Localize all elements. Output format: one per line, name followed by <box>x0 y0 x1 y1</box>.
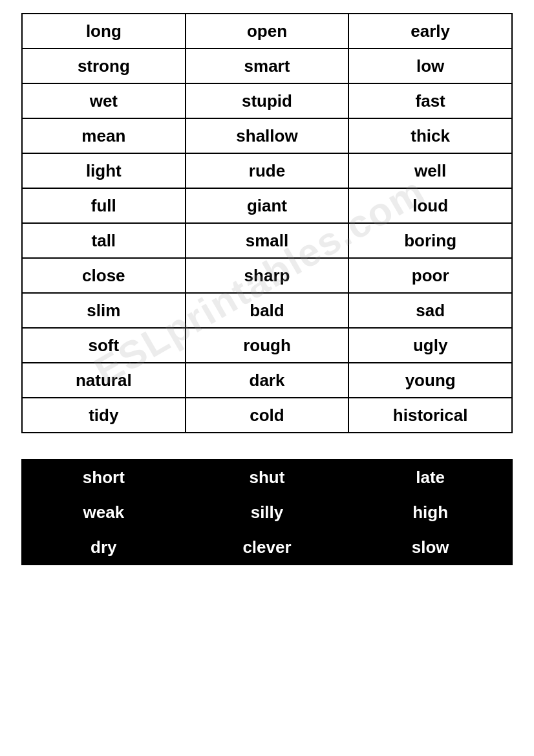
black-table-cell: shut <box>186 460 349 495</box>
black-table-cell: short <box>22 460 186 495</box>
table-cell: cold <box>186 398 349 433</box>
table-cell: loud <box>348 188 512 223</box>
table-cell: dark <box>186 363 349 398</box>
table-cell: early <box>348 14 512 49</box>
table-cell: small <box>186 223 349 258</box>
black-table-cell: slow <box>348 530 512 565</box>
black-word-table: shortshutlateweaksillyhighdrycleverslow <box>21 459 513 565</box>
table-cell: soft <box>22 328 186 363</box>
table-cell: wet <box>22 83 186 118</box>
table-cell: natural <box>22 363 186 398</box>
table-cell: rough <box>186 328 349 363</box>
table-cell: poor <box>348 258 512 293</box>
table-cell: full <box>22 188 186 223</box>
table-cell: close <box>22 258 186 293</box>
table-cell: sad <box>348 293 512 328</box>
table-cell: open <box>186 14 349 49</box>
table-cell: rude <box>186 153 349 188</box>
table-cell: well <box>348 153 512 188</box>
table-cell: mean <box>22 118 186 153</box>
table-cell: bald <box>186 293 349 328</box>
black-table-cell: late <box>348 460 512 495</box>
table-cell: boring <box>348 223 512 258</box>
main-word-table: longopenearlystrongsmartlowwetstupidfast… <box>21 13 513 433</box>
table-cell: long <box>22 14 186 49</box>
table-cell: strong <box>22 49 186 83</box>
table-cell: fast <box>348 83 512 118</box>
black-table-cell: silly <box>186 495 349 530</box>
table-cell: stupid <box>186 83 349 118</box>
table-cell: historical <box>348 398 512 433</box>
black-table-cell: weak <box>22 495 186 530</box>
table-cell: giant <box>186 188 349 223</box>
table-cell: young <box>348 363 512 398</box>
black-table-cell: dry <box>22 530 186 565</box>
table-cell: low <box>348 49 512 83</box>
black-table-cell: high <box>348 495 512 530</box>
table-cell: thick <box>348 118 512 153</box>
table-cell: tidy <box>22 398 186 433</box>
table-cell: tall <box>22 223 186 258</box>
table-cell: ugly <box>348 328 512 363</box>
table-cell: sharp <box>186 258 349 293</box>
table-cell: light <box>22 153 186 188</box>
black-table-cell: clever <box>186 530 349 565</box>
page-container: ESLprintables.com longopenearlystrongsma… <box>21 13 513 565</box>
table-cell: shallow <box>186 118 349 153</box>
table-cell: slim <box>22 293 186 328</box>
table-cell: smart <box>186 49 349 83</box>
